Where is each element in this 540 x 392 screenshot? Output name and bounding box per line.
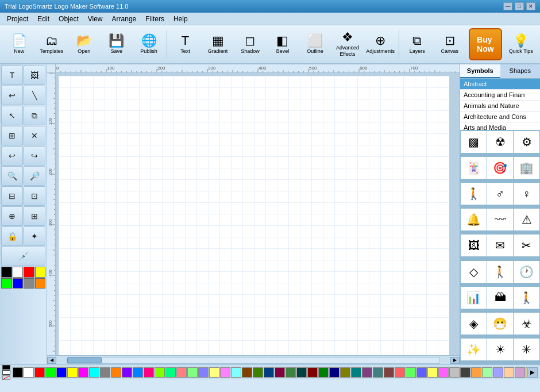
symbol-cell-4[interactable]: 🎯 — [487, 157, 513, 179]
color-swatch-27[interactable] — [307, 367, 318, 378]
mini-color-swatch[interactable] — [1, 278, 12, 289]
symbol-cell-15[interactable]: ◇ — [461, 261, 487, 283]
color-swatch-2[interactable] — [34, 367, 45, 378]
color-swatch-16[interactable] — [187, 367, 198, 378]
mini-color-swatch[interactable] — [24, 267, 34, 278]
color-swatch-25[interactable] — [286, 367, 296, 378]
symbol-cell-7[interactable]: ♂ — [487, 183, 513, 205]
symbol-cell-26[interactable]: ✳ — [514, 339, 539, 360]
symbol-cell-23[interactable]: ☣ — [514, 313, 539, 335]
color-swatch-1[interactable] — [24, 367, 34, 378]
scroll-track[interactable] — [67, 357, 440, 364]
category-architecture[interactable]: Architecture and Cons — [460, 112, 540, 122]
tab-symbols[interactable]: Symbols — [460, 64, 500, 78]
toolbar-btn-text[interactable]: TText — [169, 28, 200, 61]
align-v[interactable]: ⊡ — [24, 186, 45, 206]
symbol-cell-18[interactable]: 📊 — [461, 287, 487, 309]
titlebar-controls[interactable]: — □ ✕ — [503, 2, 535, 10]
symbol-cell-3[interactable]: 🃏 — [461, 157, 487, 179]
mini-color-swatch[interactable] — [35, 267, 46, 278]
symbol-cell-9[interactable]: 🔔 — [461, 209, 487, 230]
color-swatch-6[interactable] — [78, 367, 88, 378]
toolbar-btn-save[interactable]: 💾Save — [101, 28, 132, 61]
delete-layer[interactable]: ✕ — [24, 126, 45, 145]
symbol-cell-20[interactable]: 🚶 — [514, 287, 539, 309]
group-btn[interactable]: ⊕ — [1, 206, 23, 226]
category-arts[interactable]: Arts and Media — [460, 122, 540, 130]
color-swatch-40[interactable] — [449, 367, 460, 378]
bottom-scrollbar[interactable]: ◀ ▶ — [47, 355, 460, 364]
color-swatch-34[interactable] — [384, 367, 394, 378]
symbols-grid[interactable]: ▩☢⚙🃏🎯🏢🚶♂♀🔔〰⚠🖼✉✂◇🚶🕐📊🏔🚶◈😷☣✨☀✳ — [460, 130, 540, 364]
color-swatch-17[interactable] — [198, 367, 209, 378]
duplicate-tool[interactable]: ⧉ — [24, 106, 45, 125]
symbol-cell-17[interactable]: 🕐 — [514, 261, 539, 283]
mini-color-swatch[interactable] — [35, 278, 46, 289]
toolbar-btn-templates[interactable]: 🗂Templates — [36, 28, 67, 61]
menu-item-view[interactable]: View — [83, 14, 107, 24]
toolbar-btn-new[interactable]: 📄New — [3, 28, 34, 61]
tab-shapes[interactable]: Shapes — [500, 64, 541, 78]
color-swatch-32[interactable] — [362, 367, 372, 378]
color-swatch-39[interactable] — [438, 367, 449, 378]
eyedropper-tool[interactable]: 💉 — [1, 247, 45, 266]
color-swatch-47[interactable] — [526, 367, 527, 378]
lock-btn[interactable]: 🔒 — [1, 226, 23, 246]
symbol-cell-5[interactable]: 🏢 — [514, 157, 539, 179]
color-swatch-35[interactable] — [395, 367, 405, 378]
color-swatch-14[interactable] — [165, 367, 176, 378]
color-swatch-42[interactable] — [471, 367, 481, 378]
image-tool[interactable]: 🖼 — [24, 66, 45, 85]
align-h[interactable]: ⊟ — [1, 186, 23, 206]
canvas[interactable] — [56, 73, 460, 355]
color-swatch-29[interactable] — [329, 367, 340, 378]
symbol-cell-14[interactable]: ✂ — [514, 235, 539, 256]
color-swatch-3[interactable] — [45, 367, 56, 378]
color-swatch-0[interactable] — [13, 367, 23, 378]
scroll-thumb[interactable] — [67, 358, 102, 363]
menu-item-project[interactable]: Project — [2, 14, 33, 24]
symbol-cell-8[interactable]: ♀ — [514, 183, 539, 205]
symbol-cell-0[interactable]: ▩ — [461, 131, 487, 153]
toolbar-btn-quick-tips[interactable]: 💡Quick Tips — [506, 28, 537, 61]
symbol-cell-24[interactable]: ✨ — [461, 339, 487, 360]
toolbar-btn-gradient[interactable]: ▦Gradient — [202, 28, 233, 61]
background-color[interactable] — [2, 370, 10, 375]
symbol-cell-22[interactable]: 😷 — [487, 313, 513, 335]
symbol-cell-2[interactable]: ⚙ — [514, 131, 539, 153]
symbol-cell-1[interactable]: ☢ — [487, 131, 513, 153]
color-swatch-46[interactable] — [515, 367, 525, 378]
close-button[interactable]: ✕ — [526, 2, 535, 10]
color-swatch-45[interactable] — [504, 367, 514, 378]
scroll-right-button[interactable]: ▶ — [450, 357, 460, 364]
color-swatch-33[interactable] — [373, 367, 383, 378]
maximize-button[interactable]: □ — [515, 2, 524, 10]
menu-item-arrange[interactable]: Arrange — [107, 14, 141, 24]
undo-btn[interactable]: ↩ — [1, 86, 23, 105]
color-swatch-26[interactable] — [296, 367, 307, 378]
color-swatch-36[interactable] — [406, 367, 416, 378]
color-swatch-41[interactable] — [460, 367, 470, 378]
color-swatch-18[interactable] — [209, 367, 219, 378]
color-swatch-21[interactable] — [242, 367, 252, 378]
redo-btn[interactable]: ↪ — [24, 146, 45, 166]
symbol-cell-11[interactable]: ⚠ — [514, 209, 539, 230]
toolbar-btn-outline[interactable]: ⬜Outline — [299, 28, 330, 61]
symbol-cell-6[interactable]: 🚶 — [461, 183, 487, 205]
menu-item-help[interactable]: Help — [169, 14, 192, 24]
menu-item-object[interactable]: Object — [54, 14, 83, 24]
color-swatch-31[interactable] — [351, 367, 361, 378]
color-swatch-44[interactable] — [493, 367, 503, 378]
toolbar-btn-advanced[interactable]: ❖Advanced Effects — [332, 28, 363, 61]
symbol-cell-10[interactable]: 〰 — [487, 209, 513, 230]
buy-now-button[interactable]: Buy Now — [469, 28, 502, 60]
color-swatch-15[interactable] — [176, 367, 187, 378]
foreground-color[interactable] — [2, 365, 10, 370]
color-swatch-20[interactable] — [231, 367, 241, 378]
color-swatch-24[interactable] — [275, 367, 285, 378]
color-swatch-38[interactable] — [427, 367, 438, 378]
symbols-list[interactable]: AbstractAccounting and FinanAnimals and … — [460, 79, 540, 130]
category-animals[interactable]: Animals and Nature — [460, 101, 540, 112]
symbol-cell-12[interactable]: 🖼 — [461, 235, 487, 256]
color-swatch-10[interactable] — [122, 367, 132, 378]
